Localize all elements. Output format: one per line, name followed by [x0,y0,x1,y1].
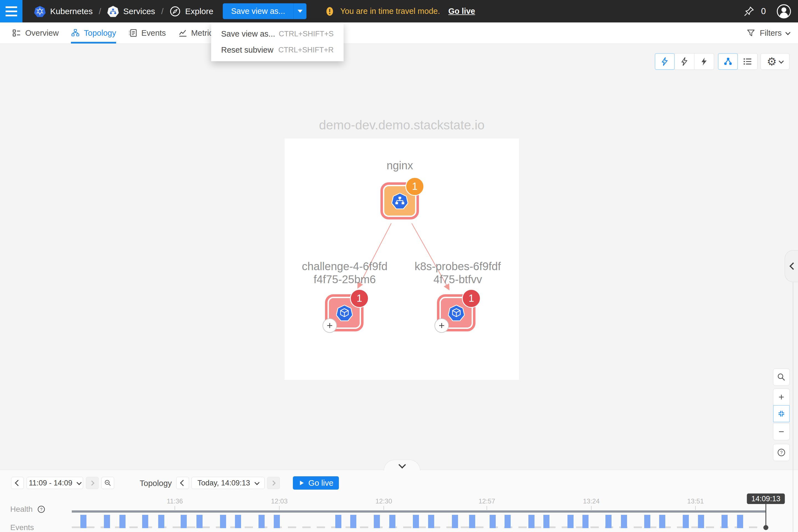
axis-tick-line [487,506,487,510]
event-bar[interactable] [274,515,280,528]
snapshot-back-button[interactable] [176,477,189,489]
tab-topology[interactable]: Topology [71,22,116,43]
event-bar[interactable] [568,515,573,528]
node-challenge[interactable]: 1 [325,294,363,331]
event-bar[interactable] [644,515,650,528]
right-panel-expand-tab[interactable] [785,250,798,282]
tab-overview[interactable]: Overview [12,22,59,43]
event-bar[interactable] [469,515,475,528]
critical-badge[interactable]: 1 [350,289,369,308]
bolt-outline-button[interactable] [674,53,695,70]
health-help-icon[interactable]: ? [37,505,45,513]
snapshot-forward-button[interactable] [267,477,280,489]
axis-tick-line [695,506,696,510]
menu-item-reset-subview[interactable]: Reset subview CTRL+SHIFT+R [211,42,344,58]
breadcrumb-item-kubernetes[interactable]: Kubernetes [34,5,93,17]
zoom-in-button[interactable] [773,388,790,406]
help-button[interactable]: ? [773,444,790,461]
go-live-button[interactable]: Go live [293,476,339,490]
event-bar[interactable] [142,515,148,528]
chevron-right-icon [270,480,276,486]
bolt-outline-blue-button[interactable] [655,53,675,70]
critical-badge[interactable]: 1 [462,289,481,308]
zoom-out-time-button[interactable] [101,477,114,489]
event-bar[interactable] [350,515,356,528]
event-bar[interactable] [722,515,728,528]
topology-canvas[interactable] [285,138,519,380]
event-bar[interactable] [259,515,265,528]
snapshot-time-dropdown[interactable]: Today, 14:09:13 [191,477,265,489]
list-view-icon [743,57,752,66]
hamburger-menu-button[interactable] [0,0,22,22]
help-icon: ? [777,448,786,457]
event-bar[interactable] [389,515,395,528]
kubernetes-icon [34,5,46,17]
avatar[interactable] [776,4,791,19]
gear-icon: ⚙ [767,56,777,67]
event-bar[interactable] [374,515,380,528]
breadcrumb-item-services[interactable]: Services [107,5,155,17]
time-range-forward-button[interactable] [86,477,99,489]
menu-item-label: Save view as... [221,30,275,39]
event-bar[interactable] [413,515,419,528]
event-bar[interactable] [196,515,203,528]
event-bar[interactable] [235,515,241,528]
node-label-k8s-probes: k8s-probes-6f9fdf 4f75-btfvv [415,260,501,286]
event-bar[interactable] [698,515,704,528]
go-live-link[interactable]: Go live [448,7,475,16]
fit-to-screen-button[interactable] [773,405,790,422]
node-nginx[interactable]: 1 [380,182,419,220]
event-bar[interactable] [158,515,164,528]
tab-events[interactable]: Events [128,22,166,43]
filters-button[interactable]: Filters [746,22,798,43]
save-view-as-caret-button[interactable] [293,3,306,19]
event-bar[interactable] [737,515,743,528]
zoom-out-icon [777,428,785,436]
event-bar[interactable] [428,515,434,528]
axis-tick-label: 12:03 [271,498,288,505]
time-range-dropdown[interactable]: 11:09 - 14:09 [26,477,83,489]
event-bar[interactable] [220,515,226,528]
search-canvas-button[interactable] [773,368,790,386]
event-bar[interactable] [583,515,589,528]
event-bar[interactable] [104,515,110,528]
event-bar[interactable] [543,515,549,528]
save-view-as-button[interactable]: Save view as... [223,3,293,19]
bolt-filled-button[interactable] [694,53,714,70]
event-bar[interactable] [119,515,126,528]
menu-item-save-view-as[interactable]: Save view as... CTRL+SHIFT+S [211,26,344,42]
event-bar[interactable] [659,515,665,528]
current-time-marker[interactable] [765,503,766,528]
event-bar[interactable] [180,515,187,528]
settings-button[interactable]: ⚙ [761,53,790,70]
expand-node-button[interactable] [323,318,337,333]
zoom-out-button[interactable] [773,423,790,440]
list-view-button[interactable] [738,53,758,70]
event-bar[interactable] [80,515,87,528]
deviating-badge[interactable]: 1 [405,177,424,196]
expand-node-button[interactable] [435,318,449,333]
event-bar[interactable] [490,515,496,528]
play-icon [299,480,305,486]
time-range-back-button[interactable] [11,477,24,489]
event-bar[interactable] [335,515,341,528]
event-bar[interactable] [621,515,627,528]
health-bar[interactable] [72,510,766,513]
current-time-marker-dot[interactable] [763,525,768,530]
event-bar[interactable] [683,515,689,528]
event-bar[interactable] [505,515,511,528]
node-k8s-probes[interactable]: 1 [437,294,475,331]
event-bar[interactable] [452,515,458,528]
view-mode-toolbar [718,53,758,70]
graph-view-button[interactable] [718,53,738,70]
timeline-collapse-button[interactable] [384,460,420,471]
event-bar[interactable] [605,515,611,528]
breadcrumb-item-explore[interactable]: Explore [170,6,213,17]
axis-tick-line [383,506,384,510]
axis-tick: 12:03 [271,498,288,510]
chevron-left-icon [790,262,797,270]
plus-icon [326,322,333,329]
cluster-title: demo-dev.demo.stackstate.io [319,117,484,132]
event-bar[interactable] [528,515,534,528]
pin-icon[interactable] [743,6,755,17]
